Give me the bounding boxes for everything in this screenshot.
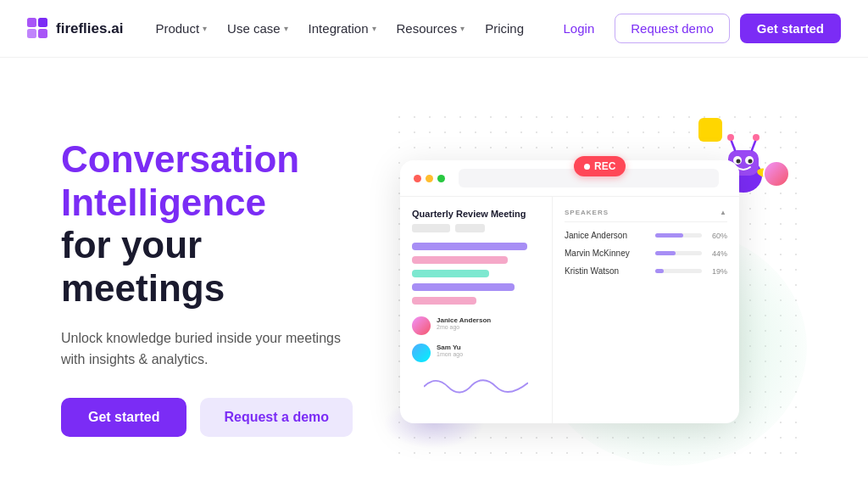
meeting-meta — [412, 224, 540, 232]
meta-tag-date — [412, 224, 450, 232]
get-started-nav-button[interactable]: Get started — [740, 14, 841, 43]
wave-area — [412, 371, 540, 398]
chat-name-1: Janice Anderson — [437, 316, 491, 324]
card-header — [400, 160, 739, 197]
chevron-down-icon: ▾ — [284, 24, 288, 33]
speaker-bar-bg-3 — [655, 269, 702, 273]
brand-name: fireflies.ai — [56, 20, 123, 37]
chevron-down-icon: ▾ — [372, 24, 376, 33]
avatar-top-right — [763, 160, 790, 187]
svg-point-11 — [727, 134, 734, 141]
svg-point-9 — [748, 159, 753, 164]
meeting-title: Quarterly Review Meeting — [412, 209, 540, 219]
chevron-down-icon: ▾ — [460, 24, 465, 33]
close-dot — [414, 175, 421, 182]
minimize-dot — [426, 175, 433, 182]
login-button[interactable]: Login — [554, 14, 605, 42]
svg-line-12 — [752, 139, 756, 150]
speaker-bar-fill-1 — [655, 233, 683, 238]
speaker-bar-bg-1 — [655, 233, 702, 238]
svg-rect-1 — [38, 18, 47, 27]
nav-item-usecase[interactable]: Use case ▾ — [219, 16, 297, 41]
speaker-bar-fill-2 — [655, 251, 676, 255]
nav-items: Product ▾ Use case ▾ Integration ▾ Resou… — [147, 16, 532, 41]
meta-tag-time — [455, 224, 485, 232]
chat-item-1: Janice Anderson 2mo ago — [412, 316, 540, 335]
speaker-row-2: Marvin McKinney 44% — [565, 249, 727, 258]
bar-5 — [412, 297, 476, 305]
nav-item-resources[interactable]: Resources ▾ — [388, 16, 474, 41]
nav-item-product[interactable]: Product ▾ — [147, 16, 215, 41]
card-left-panel: Quarterly Review Meeting — [400, 197, 553, 423]
speaker-pct-3: 19% — [707, 267, 727, 276]
hero-buttons: Get started Request a demo — [61, 398, 353, 437]
speaker-row-3: Kristin Watson 19% — [565, 266, 727, 276]
speakers-header: SPEAKERS ▲ — [565, 209, 727, 222]
analytics-bars — [412, 243, 540, 305]
nav-item-pricing[interactable]: Pricing — [476, 16, 532, 41]
chat-time-2: 1mon ago — [437, 351, 463, 357]
maximize-dot — [437, 175, 445, 182]
speaker-name-3: Kristin Watson — [565, 266, 655, 276]
speaker-name-1: Janice Anderson — [565, 231, 655, 240]
svg-point-13 — [753, 134, 760, 141]
bar-3 — [412, 270, 489, 277]
speaker-bar-bg-2 — [655, 251, 702, 255]
speakers-collapse-icon: ▲ — [720, 209, 727, 216]
chat-name-2: Sam Yu — [437, 344, 463, 351]
window-controls — [414, 175, 445, 182]
hero-subtitle: Unlock knowledge buried inside your meet… — [61, 327, 349, 371]
speaker-name-2: Marvin McKinney — [565, 249, 655, 258]
svg-rect-0 — [27, 18, 36, 27]
card-right-panel: SPEAKERS ▲ Janice Anderson 60% Marvin Mc… — [553, 197, 739, 423]
speaker-row-1: Janice Anderson 60% — [565, 231, 727, 240]
chat-item-2: Sam Yu 1mon ago — [412, 344, 540, 362]
bar-2 — [412, 256, 508, 264]
chevron-down-icon: ▾ — [203, 24, 207, 33]
chat-time-1: 2mo ago — [437, 324, 491, 330]
svg-line-10 — [731, 139, 735, 150]
bar-4 — [412, 283, 515, 291]
avatar-janice — [412, 316, 431, 335]
get-started-hero-button[interactable]: Get started — [61, 398, 186, 437]
navbar: fireflies.ai Product ▾ Use case ▾ Integr… — [0, 0, 868, 58]
hero-content: Conversation Intelligence for your meeti… — [61, 138, 353, 437]
chat-info-1: Janice Anderson 2mo ago — [437, 316, 491, 330]
request-demo-hero-button[interactable]: Request a demo — [200, 398, 353, 437]
svg-rect-2 — [27, 29, 36, 38]
rec-badge: REC — [574, 156, 626, 176]
rec-dot — [584, 164, 590, 170]
svg-point-8 — [737, 159, 741, 164]
speaker-bar-fill-3 — [655, 269, 664, 273]
request-demo-button[interactable]: Request demo — [615, 14, 730, 43]
card-body: Quarterly Review Meeting — [400, 197, 739, 423]
nav-right: Login Request demo Get started — [554, 14, 841, 43]
bar-1 — [412, 243, 527, 250]
avatar-sam — [412, 344, 431, 362]
speaker-pct-2: 44% — [707, 249, 727, 258]
hero-section: Conversation Intelligence for your meeti… — [0, 58, 868, 492]
chat-info-2: Sam Yu 1mon ago — [437, 344, 463, 357]
speaker-pct-1: 60% — [707, 232, 727, 240]
brand-logo[interactable]: fireflies.ai — [27, 18, 123, 40]
hero-illustration: REC Quarterly Review Meeting — [366, 109, 807, 466]
nav-item-integration[interactable]: Integration ▾ — [300, 16, 385, 41]
svg-rect-3 — [38, 29, 47, 38]
meeting-card: Quarterly Review Meeting — [400, 160, 739, 423]
hero-title: Conversation Intelligence for your meeti… — [61, 138, 353, 310]
